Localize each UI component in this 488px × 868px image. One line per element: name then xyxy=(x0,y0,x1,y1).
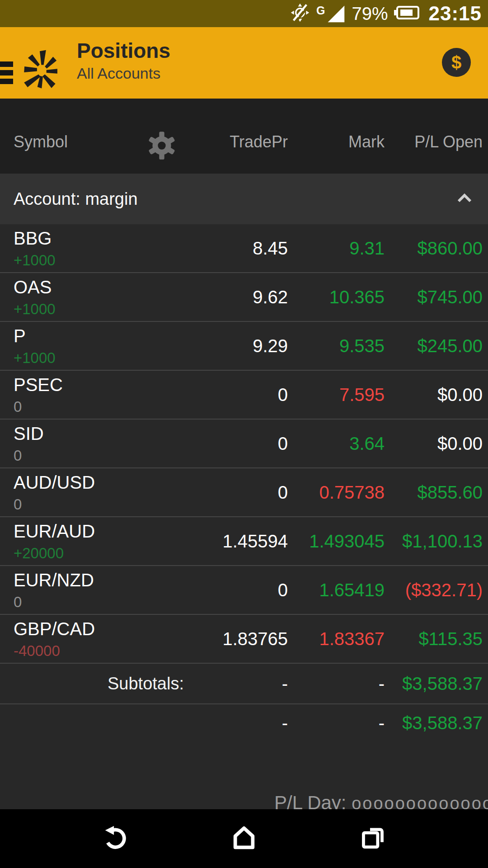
positions-screen: G 79% 23:15 xyxy=(0,0,488,868)
position-quantity: -40000 xyxy=(14,643,197,659)
pl-open-value: $0.00 xyxy=(385,434,483,454)
position-symbol: PSEC xyxy=(14,375,197,394)
signal-strength-icon: G xyxy=(316,4,345,23)
mark-value: 1.493045 xyxy=(288,531,385,552)
table-column-header: Symbol TradePr Mark P/L Open xyxy=(0,99,488,174)
position-symbol: OAS xyxy=(14,278,197,297)
table-row[interactable]: SID 0 0 3.64 $0.00 xyxy=(0,420,488,468)
trade-price-value: 0 xyxy=(197,385,288,405)
account-group-label: Account: margin xyxy=(14,189,138,209)
position-quantity: +1000 xyxy=(14,302,197,317)
position-symbol: EUR/AUD xyxy=(14,522,197,541)
back-icon xyxy=(102,825,128,853)
table-row[interactable]: EUR/NZD 0 0 1.65419 ($332.71) xyxy=(0,566,488,615)
status-bar: G 79% 23:15 xyxy=(0,0,488,27)
subtotal-mark: - xyxy=(288,674,385,694)
total-mark: - xyxy=(288,713,385,733)
page-title: Positions xyxy=(77,39,170,63)
recents-button[interactable] xyxy=(359,825,386,852)
position-symbol: P xyxy=(14,326,197,345)
pl-open-value: $115.35 xyxy=(385,629,483,649)
position-symbol: EUR/NZD xyxy=(14,571,197,590)
table-row[interactable]: P +1000 9.29 9.535 $245.00 xyxy=(0,322,488,371)
subtotal-trade-price: - xyxy=(197,674,288,694)
total-pl-open: $3,588.37 xyxy=(385,713,483,733)
subtotal-pl-open: $3,588.37 xyxy=(385,674,483,694)
mark-value: 10.365 xyxy=(288,287,385,307)
battery-percentage: 79% xyxy=(352,4,388,24)
mark-value: 0.75738 xyxy=(288,482,385,503)
pl-open-value: ($332.71) xyxy=(385,580,483,600)
mark-value: 3.64 xyxy=(288,434,385,454)
pl-open-value: $1,100.13 xyxy=(385,531,483,552)
subtotals-label: Subtotals: xyxy=(0,674,197,693)
table-row[interactable]: EUR/AUD +20000 1.45594 1.493045 $1,100.1… xyxy=(0,517,488,566)
app-bar: Positions All Accounts $ xyxy=(0,27,488,99)
settings-gear-icon[interactable] xyxy=(147,131,176,162)
trade-price-value: 0 xyxy=(197,580,288,600)
position-quantity: 0 xyxy=(14,497,197,513)
dollar-icon: $ xyxy=(451,52,461,73)
position-symbol: AUD/USD xyxy=(14,473,197,492)
pl-open-value: $245.00 xyxy=(385,336,483,356)
chevron-up-icon[interactable] xyxy=(456,193,473,205)
network-type-label: G xyxy=(316,5,325,16)
column-mark: Mark xyxy=(288,121,385,151)
page-subtitle: All Accounts xyxy=(77,65,170,82)
table-row[interactable]: PSEC 0 0 7.595 $0.00 xyxy=(0,371,488,420)
position-quantity: +1000 xyxy=(14,350,197,366)
table-row[interactable]: BBG +1000 8.45 9.31 $860.00 xyxy=(0,224,488,273)
pl-open-value: $860.00 xyxy=(385,238,483,259)
position-quantity: 0 xyxy=(14,594,197,610)
position-quantity: +20000 xyxy=(14,546,197,561)
position-quantity: +1000 xyxy=(14,253,197,269)
clock: 23:15 xyxy=(428,2,482,25)
table-row[interactable]: OAS +1000 9.62 10.365 $745.00 xyxy=(0,273,488,322)
home-icon xyxy=(231,825,257,853)
gps-off-icon xyxy=(290,3,310,24)
position-symbol: BBG xyxy=(14,229,197,248)
trade-price-value: 1.45594 xyxy=(197,531,288,552)
position-symbol: GBP/CAD xyxy=(14,619,197,638)
recents-icon xyxy=(360,825,386,853)
trade-price-value: 1.83765 xyxy=(197,629,288,649)
column-pl-open: P/L Open xyxy=(385,121,483,151)
app-logo-starburst-icon xyxy=(19,45,66,96)
table-row[interactable]: AUD/USD 0 0 0.75738 $855.60 xyxy=(0,468,488,517)
position-symbol: SID xyxy=(14,424,197,443)
total-trade-price: - xyxy=(197,713,288,733)
trade-price-value: 9.29 xyxy=(197,336,288,356)
menu-icon[interactable] xyxy=(0,61,13,87)
pl-open-value: $745.00 xyxy=(385,287,483,307)
trade-price-value: 8.45 xyxy=(197,238,288,259)
mark-value: 1.83367 xyxy=(288,629,385,649)
battery-icon xyxy=(394,5,419,22)
position-quantity: 0 xyxy=(14,448,197,464)
pl-open-value: $855.60 xyxy=(385,482,483,503)
trade-price-value: 0 xyxy=(197,434,288,454)
column-trade-price: TradePr xyxy=(197,121,288,151)
android-nav-bar xyxy=(0,809,488,868)
home-button[interactable] xyxy=(230,825,258,852)
table-row[interactable]: GBP/CAD -40000 1.83765 1.83367 $115.35 xyxy=(0,615,488,664)
trade-price-value: 9.62 xyxy=(197,287,288,307)
mark-value: 7.595 xyxy=(288,385,385,405)
grand-total-row: - - $3,588.37 xyxy=(0,704,488,741)
mark-value: 1.65419 xyxy=(288,580,385,600)
account-group-header[interactable]: Account: margin xyxy=(0,174,488,224)
back-button[interactable] xyxy=(102,825,129,852)
trade-price-value: 0 xyxy=(197,482,288,503)
pl-open-value: $0.00 xyxy=(385,385,483,405)
mark-value: 9.535 xyxy=(288,336,385,356)
currency-dollar-button[interactable]: $ xyxy=(442,48,471,77)
subtotals-row: Subtotals: - - $3,588.37 xyxy=(0,664,488,704)
position-quantity: 0 xyxy=(14,399,197,415)
mark-value: 9.31 xyxy=(288,238,385,259)
